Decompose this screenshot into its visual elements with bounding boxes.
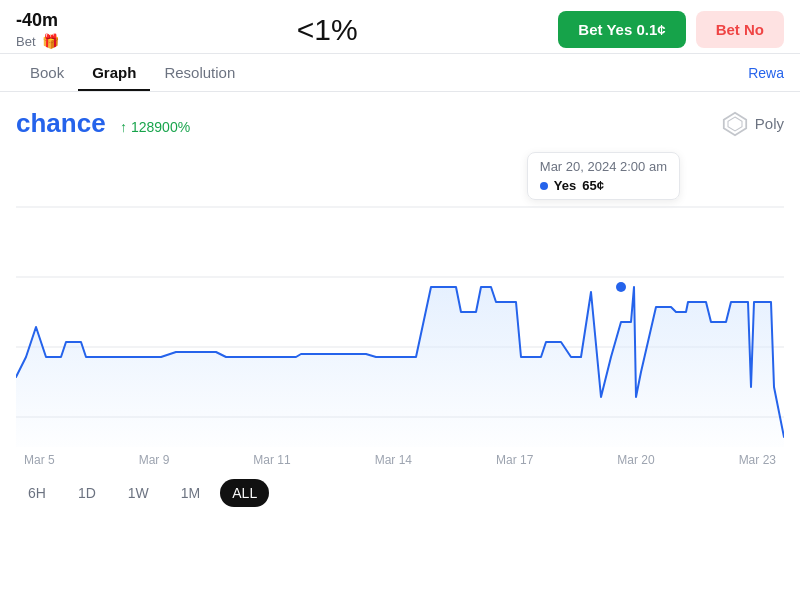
time-filter-bar: 6H 1D 1W 1M ALL: [0, 467, 800, 519]
bet-yes-button[interactable]: Bet Yes 0.1¢: [558, 11, 685, 48]
header-right: Bet Yes 0.1¢ Bet No: [558, 11, 784, 48]
x-axis: Mar 5 Mar 9 Mar 11 Mar 14 Mar 17 Mar 20 …: [16, 447, 784, 467]
filter-1m[interactable]: 1M: [169, 479, 212, 507]
gift-icon: 🎁: [42, 33, 59, 49]
header: -40m Bet 🎁 <1% Bet Yes 0.1¢ Bet No: [0, 0, 800, 54]
filter-all[interactable]: ALL: [220, 479, 269, 507]
chart-header: chance ↑ 128900% Poly: [16, 108, 784, 139]
poly-icon: [721, 110, 749, 138]
bet-row: Bet 🎁: [16, 33, 96, 49]
rewards-link[interactable]: Rewa: [748, 65, 784, 81]
x-label-mar9: Mar 9: [139, 453, 170, 467]
x-label-mar5: Mar 5: [24, 453, 55, 467]
tab-graph[interactable]: Graph: [78, 54, 150, 91]
chart-container: chance ↑ 128900% Poly Mar 20, 2024 2:00 …: [0, 92, 800, 467]
tooltip-series: Yes: [554, 178, 576, 193]
header-center: <1%: [96, 13, 558, 47]
x-label-mar23: Mar 23: [739, 453, 776, 467]
tooltip-value: Yes 65¢: [540, 178, 667, 193]
tab-bar: Book Graph Resolution Rewa: [0, 54, 800, 92]
x-label-mar11: Mar 11: [253, 453, 290, 467]
tooltip-marker: [616, 282, 626, 292]
tooltip-dot: [540, 182, 548, 190]
chance-change: ↑ 128900%: [120, 119, 190, 135]
chart-tooltip: Mar 20, 2024 2:00 am Yes 65¢: [527, 152, 680, 200]
x-label-mar14: Mar 14: [375, 453, 412, 467]
chart-title-row: chance ↑ 128900%: [16, 108, 190, 139]
svg-marker-0: [724, 112, 746, 134]
percent-display: <1%: [297, 13, 358, 46]
bet-label: Bet: [16, 34, 36, 49]
x-label-mar17: Mar 17: [496, 453, 533, 467]
tooltip-price: 65¢: [582, 178, 604, 193]
filter-1d[interactable]: 1D: [66, 479, 108, 507]
time-display: -40m: [16, 10, 96, 31]
poly-logo: Poly: [721, 110, 784, 138]
tooltip-date: Mar 20, 2024 2:00 am: [540, 159, 667, 174]
filter-6h[interactable]: 6H: [16, 479, 58, 507]
poly-label: Poly: [755, 115, 784, 132]
header-left: -40m Bet 🎁: [16, 10, 96, 49]
x-label-mar20: Mar 20: [617, 453, 654, 467]
svg-marker-1: [728, 117, 742, 131]
tab-resolution[interactable]: Resolution: [150, 54, 249, 91]
chance-label: chance: [16, 108, 106, 138]
filter-1w[interactable]: 1W: [116, 479, 161, 507]
tab-book[interactable]: Book: [16, 54, 78, 91]
bet-no-button[interactable]: Bet No: [696, 11, 784, 48]
